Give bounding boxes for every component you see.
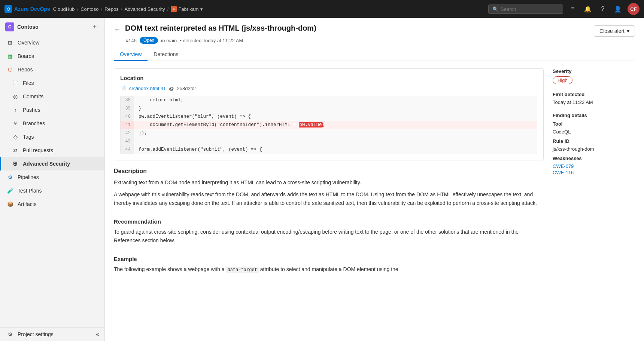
code-line-42: 42 }); xyxy=(121,129,537,137)
sidebar-item-pull-requests[interactable]: ⇄ Pull requests xyxy=(0,144,104,157)
location-card: Location 📄 src/index.html:41 @ 258d2fd1 … xyxy=(114,68,544,160)
sidebar-label-pushes: Pushes xyxy=(23,107,40,113)
sidebar-item-pipelines[interactable]: ⚙ Pipelines xyxy=(0,170,104,184)
user-icon[interactable]: 👤 xyxy=(613,4,623,14)
org-avatar: C xyxy=(5,22,14,31)
recommendation-title: Recommendation xyxy=(114,218,544,225)
rule-id-label: Rule ID xyxy=(553,138,635,144)
avatar[interactable]: CF xyxy=(628,3,640,15)
sidebar-label-test-plans: Test Plans xyxy=(18,188,42,194)
highlight-token: pw.value xyxy=(299,122,323,128)
breadcrumb-project[interactable]: Contoso xyxy=(80,6,98,12)
sidebar-item-overview[interactable]: ⊞ Overview xyxy=(0,36,104,49)
breadcrumb-org[interactable]: CloudHub xyxy=(53,6,75,12)
notifications-icon[interactable]: 🔔 xyxy=(583,4,593,14)
breadcrumb-subsection[interactable]: Advanced Security xyxy=(124,6,165,12)
sidebar-item-boards[interactable]: ▦ Boards xyxy=(0,49,104,63)
sidebar-label-pipelines: Pipelines xyxy=(18,174,39,180)
content-scroll: Location 📄 src/index.html:41 @ 258d2fd1 … xyxy=(105,61,644,341)
commits-icon: ◎ xyxy=(12,93,19,100)
sidebar-label-boards: Boards xyxy=(18,53,34,59)
sidebar-label-overview: Overview xyxy=(18,40,39,46)
description-body: Extracting text from a DOM node and inte… xyxy=(114,178,544,207)
location-title: Location xyxy=(120,75,537,81)
code-line-44: 44 form.addEventListener("submit", (even… xyxy=(121,145,537,154)
files-icon: 📄 xyxy=(12,79,19,87)
sidebar-label-branches: Branches xyxy=(23,120,45,126)
back-button[interactable]: ← xyxy=(114,26,121,34)
sidebar: C Contoso + ⊞ Overview ▦ Boards ⬡ Repos … xyxy=(0,18,105,341)
repos-icon: ⬡ xyxy=(6,66,14,73)
status-badge: Open xyxy=(140,37,158,44)
artifacts-icon: 📦 xyxy=(6,200,14,208)
sidebar-item-files[interactable]: 📄 Files xyxy=(0,76,104,90)
search-input[interactable] xyxy=(501,6,557,12)
sidebar-label-tags: Tags xyxy=(23,134,34,140)
description-section: Description Extracting text from a DOM n… xyxy=(114,168,544,211)
breadcrumb-section[interactable]: Repos xyxy=(104,6,119,12)
close-alert-button[interactable]: Close alert ▾ xyxy=(594,25,635,37)
branches-icon: ⑂ xyxy=(12,120,19,127)
severity-label: Severity xyxy=(553,68,635,74)
cwe-116-link[interactable]: CWE-116 xyxy=(553,170,635,175)
add-button[interactable]: + xyxy=(90,22,99,31)
sidebar-item-test-plans[interactable]: 🧪 Test Plans xyxy=(0,184,104,197)
top-navigation: ⬡ Azure DevOps CloudHub / Contoso / Repo… xyxy=(0,0,644,18)
first-detected-section: First detected Today at 11:22 AM xyxy=(553,92,635,105)
sidebar-label-advanced-security: Advanced Security xyxy=(23,161,70,167)
severity-section: Severity High xyxy=(553,68,635,84)
sidebar-item-tags[interactable]: ◇ Tags xyxy=(0,130,104,144)
app-logo[interactable]: ⬡ Azure DevOps xyxy=(4,5,50,13)
alert-branch: in main xyxy=(161,38,177,43)
description-para-2: A webpage with this vulnerability reads … xyxy=(114,190,544,207)
data-target-code: data-target xyxy=(226,267,259,273)
tool-value: CodeQL xyxy=(553,129,635,135)
sidebar-item-branches[interactable]: ⑂ Branches xyxy=(0,117,104,130)
test-plans-icon: 🧪 xyxy=(6,187,14,194)
back-row: ← DOM text reinterpreted as HTML (js/xss… xyxy=(114,24,635,44)
tabs: Overview Detections xyxy=(114,48,635,61)
sidebar-label-commits: Commits xyxy=(23,93,43,99)
code-line-41: 41 document.getElementById("contentholde… xyxy=(121,121,537,129)
alert-title: DOM text reinterpreted as HTML (js/xss-t… xyxy=(125,24,316,33)
sidebar-header: C Contoso + xyxy=(0,18,104,36)
org-name: Contoso xyxy=(17,24,39,30)
sidebar-footer: ⚙ Project settings « xyxy=(0,327,104,341)
first-detected-value: Today at 11:22 AM xyxy=(553,99,635,105)
content-header: ← DOM text reinterpreted as HTML (js/xss… xyxy=(105,18,644,61)
tab-overview[interactable]: Overview xyxy=(114,48,148,61)
sidebar-item-pushes[interactable]: ↑ Pushes xyxy=(0,103,104,117)
at-symbol: @ xyxy=(169,86,174,91)
file-path-row: 📄 src/index.html:41 @ 258d2fd1 xyxy=(120,86,537,91)
help-icon[interactable]: ? xyxy=(598,4,608,14)
description-para-1: Extracting text from a DOM node and inte… xyxy=(114,178,544,187)
sidebar-item-advanced-security[interactable]: ⛨ Advanced Security xyxy=(0,157,104,170)
sidebar-item-artifacts[interactable]: 📦 Artifacts xyxy=(0,197,104,211)
main-column: Location 📄 src/index.html:41 @ 258d2fd1 … xyxy=(114,68,544,334)
file-link[interactable]: src/index.html:41 xyxy=(129,86,166,91)
finding-details-label: Finding details xyxy=(553,113,635,118)
side-panel: Severity High First detected Today at 11… xyxy=(553,68,635,334)
list-icon[interactable]: ≡ xyxy=(568,4,578,14)
code-line-38: 38 return html; xyxy=(121,96,537,104)
boards-icon: ▦ xyxy=(6,52,14,60)
cwe-079-link[interactable]: CWE-079 xyxy=(553,163,635,169)
severity-badge: High xyxy=(553,76,572,84)
code-line-39: 39 } xyxy=(121,104,537,113)
top-nav-right: 🔍 ≡ 🔔 ? 👤 CF xyxy=(488,3,640,15)
close-alert-chevron: ▾ xyxy=(627,28,629,34)
code-block: 38 return html; 39 } 40 pw.addEventListe… xyxy=(120,96,537,154)
sidebar-item-commits[interactable]: ◎ Commits xyxy=(0,90,104,103)
sidebar-item-project-settings[interactable]: ⚙ Project settings « xyxy=(0,328,104,341)
rule-id-value: js/xss-through-dom xyxy=(553,146,635,152)
sidebar-org: C Contoso xyxy=(5,22,39,31)
breadcrumb-repo[interactable]: ◈ Fabrikam ▾ xyxy=(171,6,203,12)
overview-icon: ⊞ xyxy=(6,39,14,46)
tab-detections[interactable]: Detections xyxy=(148,48,184,61)
alert-number: #145 xyxy=(126,38,137,43)
search-box[interactable]: 🔍 xyxy=(488,4,563,14)
sidebar-item-repos[interactable]: ⬡ Repos xyxy=(0,63,104,76)
finding-details-section: Finding details Tool CodeQL Rule ID js/x… xyxy=(553,113,635,175)
recommendation-body: To guard against cross-site scripting, c… xyxy=(114,228,544,245)
pull-requests-icon: ⇄ xyxy=(12,147,19,154)
